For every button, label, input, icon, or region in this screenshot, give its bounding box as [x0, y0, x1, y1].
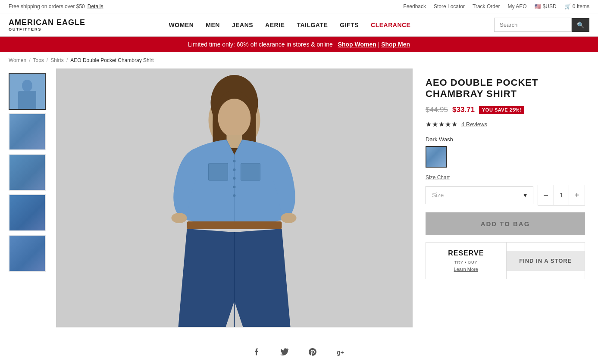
- logo[interactable]: AMERICAN EAGLE OUTFITTERS: [9, 18, 85, 31]
- breadcrumb-women[interactable]: Women: [9, 57, 26, 63]
- reserve-learn-more-link[interactable]: Learn More: [434, 267, 498, 272]
- svg-point-15: [233, 168, 236, 171]
- breadcrumb-tops[interactable]: Tops: [33, 57, 44, 63]
- twitter-icon: [280, 348, 288, 356]
- color-label: Dark Wash: [426, 136, 585, 143]
- details-link[interactable]: Details: [88, 3, 103, 9]
- flag-icon: 🇺🇸: [535, 3, 541, 9]
- reserve-try-buy-section: RESERVE TRY • BUY Learn More FIND IN A S…: [426, 242, 585, 279]
- pinterest-share-button[interactable]: [305, 346, 320, 360]
- size-chart-link[interactable]: Size Chart: [426, 174, 585, 180]
- cart-icon: 🛒: [564, 3, 571, 9]
- quantity-decrease-button[interactable]: −: [538, 185, 554, 205]
- nav-jeans[interactable]: JEANS: [232, 22, 253, 28]
- feedback-link[interactable]: Feedback: [403, 3, 426, 9]
- savings-badge: YOU SAVE 25%!: [479, 106, 524, 114]
- googleplus-icon: g+: [337, 348, 347, 356]
- stars: ★★★★★: [426, 120, 458, 128]
- promo-text: Limited time only: 60% off clearance in …: [188, 41, 333, 48]
- svg-point-9: [218, 99, 251, 137]
- svg-rect-13: [241, 163, 260, 180]
- shipping-info: Free shipping on orders over $50 Details: [9, 3, 103, 9]
- utility-bar: Free shipping on orders over $50 Details…: [0, 0, 598, 13]
- svg-rect-2: [18, 91, 36, 109]
- main-navigation: WOMEN MEN JEANS AERIE TAILGATE GIFTS CLE…: [169, 22, 411, 28]
- thumbnail-2[interactable]: [9, 113, 46, 150]
- sale-price: $33.71: [452, 106, 475, 114]
- size-select-wrapper: Size XS S M L XL ▼: [426, 186, 533, 204]
- nav-tailgate[interactable]: TAILGATE: [297, 22, 328, 28]
- breadcrumb: Women / Tops / Shirts / AEO Double Pocke…: [0, 52, 598, 68]
- size-select[interactable]: Size XS S M L XL: [426, 186, 533, 204]
- store-locator-link[interactable]: Store Locator: [434, 3, 465, 9]
- product-title: AEO DOUBLE POCKET CHAMBRAY SHIRT: [426, 77, 585, 100]
- logo-line1: AMERICAN EAGLE: [9, 18, 85, 27]
- currency-label: $USD: [543, 3, 557, 9]
- price-row: $44.95 $33.71 YOU SAVE 25%!: [426, 106, 585, 114]
- currency-selector[interactable]: 🇺🇸 $USD: [535, 3, 557, 9]
- color-swatch-dark-wash[interactable]: [426, 146, 447, 168]
- my-aeo-link[interactable]: My AEO: [508, 3, 527, 9]
- logo-line2: OUTFITTERS: [9, 27, 42, 31]
- facebook-share-button[interactable]: [248, 346, 263, 360]
- cart-link[interactable]: 🛒 0 Items: [564, 3, 589, 9]
- svg-point-20: [281, 213, 297, 223]
- main-header: AMERICAN EAGLE OUTFITTERS WOMEN MEN JEAN…: [0, 13, 598, 37]
- reviews-link[interactable]: 4 Reviews: [461, 121, 487, 128]
- size-qty-row: Size XS S M L XL ▼ − 1 +: [426, 185, 585, 205]
- svg-rect-21: [187, 221, 282, 229]
- sep3: /: [66, 57, 68, 63]
- color-swatches: [426, 146, 585, 168]
- add-to-bag-button[interactable]: ADD TO BAG: [426, 212, 585, 235]
- svg-point-17: [233, 186, 236, 188]
- cart-count: 0 Items: [573, 3, 589, 9]
- thumbnail-5[interactable]: [9, 235, 46, 272]
- quantity-controls: − 1 +: [538, 185, 585, 205]
- nav-women[interactable]: WOMEN: [169, 22, 194, 28]
- nav-clearance[interactable]: CLEARANCE: [371, 22, 410, 28]
- product-page: AEO DOUBLE POCKET CHAMBRAY SHIRT $44.95 …: [0, 68, 598, 337]
- thumbnail-4[interactable]: [9, 194, 46, 231]
- shop-men-link[interactable]: Shop Men: [381, 41, 410, 48]
- googleplus-share-button[interactable]: g+: [333, 346, 351, 360]
- svg-rect-12: [209, 163, 228, 180]
- social-share: g+: [0, 337, 598, 364]
- nav-aerie[interactable]: AERIE: [265, 22, 285, 28]
- find-in-store-button[interactable]: FIND IN A STORE: [507, 251, 585, 271]
- svg-point-14: [233, 160, 236, 162]
- track-order-link[interactable]: Track Order: [473, 3, 500, 9]
- shipping-text: Free shipping on orders over $50: [9, 3, 85, 9]
- utility-links: Feedback Store Locator Track Order My AE…: [403, 3, 589, 9]
- product-thumbnails: [0, 68, 56, 328]
- search-input[interactable]: [494, 18, 572, 32]
- product-details-panel: AEO DOUBLE POCKET CHAMBRAY SHIRT $44.95 …: [413, 68, 598, 328]
- sep2: /: [47, 57, 48, 63]
- search-area: 🔍: [494, 18, 589, 32]
- nav-men[interactable]: MEN: [206, 22, 220, 28]
- breadcrumb-current: AEO Double Pocket Chambray Shirt: [70, 57, 153, 63]
- svg-point-16: [233, 177, 236, 180]
- reviews-row: ★★★★★ 4 Reviews: [426, 120, 585, 128]
- promo-banner: Limited time only: 60% off clearance in …: [0, 37, 598, 52]
- nav-gifts[interactable]: GIFTS: [340, 22, 359, 28]
- breadcrumb-shirts[interactable]: Shirts: [50, 57, 64, 63]
- original-price: $44.95: [426, 106, 448, 114]
- facebook-icon: [251, 348, 260, 356]
- thumbnail-3[interactable]: [9, 154, 46, 191]
- twitter-share-button[interactable]: [276, 346, 292, 360]
- reserve-left: RESERVE TRY • BUY Learn More: [426, 243, 507, 279]
- svg-point-19: [172, 213, 187, 223]
- main-product-image: [56, 68, 413, 328]
- thumbnail-1[interactable]: [9, 73, 46, 110]
- quantity-value: 1: [554, 185, 569, 205]
- reserve-logo: RESERVE: [434, 249, 498, 257]
- pinterest-icon: [308, 348, 317, 356]
- sep1: /: [29, 57, 30, 63]
- svg-text:g+: g+: [337, 349, 344, 356]
- quantity-increase-button[interactable]: +: [569, 185, 585, 205]
- svg-point-18: [233, 194, 236, 197]
- reserve-tagline: TRY • BUY: [454, 260, 477, 264]
- shop-women-link[interactable]: Shop Women: [338, 41, 376, 48]
- search-button[interactable]: 🔍: [572, 18, 589, 32]
- svg-point-1: [22, 80, 32, 92]
